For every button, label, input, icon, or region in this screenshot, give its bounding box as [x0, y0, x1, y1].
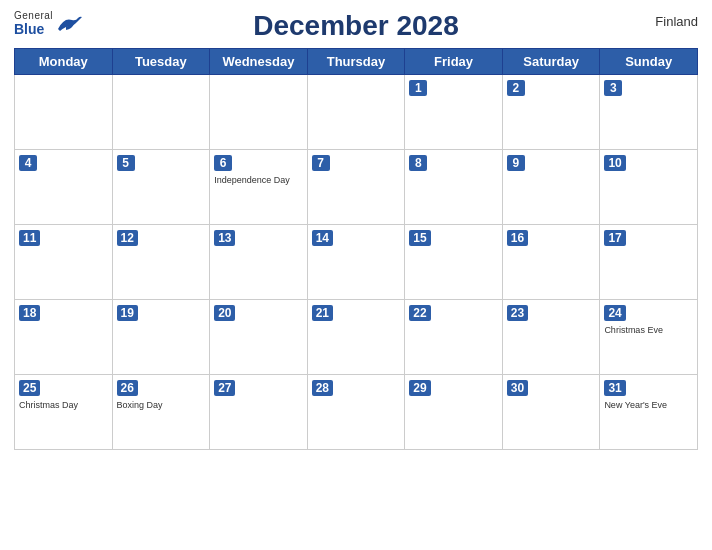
page-title: December 2028: [253, 10, 458, 42]
col-saturday: Saturday: [502, 49, 600, 75]
col-thursday: Thursday: [307, 49, 405, 75]
calendar-week-row: 18192021222324Christmas Eve: [15, 300, 698, 375]
table-row: 26Boxing Day: [112, 375, 210, 450]
col-monday: Monday: [15, 49, 113, 75]
table-row: 19: [112, 300, 210, 375]
day-number: 29: [409, 380, 430, 396]
logo-general-text: General: [14, 10, 53, 21]
table-row: 7: [307, 150, 405, 225]
calendar-header: General Blue December 2028 Finland: [14, 10, 698, 42]
day-number: 30: [507, 380, 528, 396]
table-row: 6Independence Day: [210, 150, 308, 225]
day-number: 2: [507, 80, 525, 96]
table-row: 23: [502, 300, 600, 375]
day-number: 21: [312, 305, 333, 321]
day-number: 8: [409, 155, 427, 171]
table-row: 10: [600, 150, 698, 225]
table-row: [210, 75, 308, 150]
day-number: 19: [117, 305, 138, 321]
day-number: 25: [19, 380, 40, 396]
table-row: 31New Year's Eve: [600, 375, 698, 450]
day-number: 9: [507, 155, 525, 171]
table-row: 15: [405, 225, 503, 300]
table-row: 14: [307, 225, 405, 300]
day-number: 22: [409, 305, 430, 321]
calendar-table: Monday Tuesday Wednesday Thursday Friday…: [14, 48, 698, 450]
logo-bird-icon: [56, 15, 84, 33]
table-row: 20: [210, 300, 308, 375]
table-row: 11: [15, 225, 113, 300]
calendar-page: General Blue December 2028 Finland Monda…: [0, 0, 712, 550]
day-number: 11: [19, 230, 40, 246]
holiday-name: Boxing Day: [117, 400, 206, 411]
day-number: 17: [604, 230, 625, 246]
day-number: 7: [312, 155, 330, 171]
day-number: 31: [604, 380, 625, 396]
day-number: 12: [117, 230, 138, 246]
table-row: 22: [405, 300, 503, 375]
day-number: 18: [19, 305, 40, 321]
table-row: [307, 75, 405, 150]
col-sunday: Sunday: [600, 49, 698, 75]
day-number: 24: [604, 305, 625, 321]
holiday-name: Christmas Day: [19, 400, 108, 411]
day-number: 13: [214, 230, 235, 246]
table-row: 25Christmas Day: [15, 375, 113, 450]
day-number: 1: [409, 80, 427, 96]
calendar-week-row: 123: [15, 75, 698, 150]
day-number: 23: [507, 305, 528, 321]
day-number: 5: [117, 155, 135, 171]
holiday-name: Independence Day: [214, 175, 303, 186]
table-row: 30: [502, 375, 600, 450]
logo-blue-text: Blue: [14, 21, 53, 37]
table-row: 4: [15, 150, 113, 225]
table-row: 2: [502, 75, 600, 150]
day-number: 16: [507, 230, 528, 246]
calendar-week-row: 456Independence Day78910: [15, 150, 698, 225]
day-number: 26: [117, 380, 138, 396]
day-number: 27: [214, 380, 235, 396]
weekday-header-row: Monday Tuesday Wednesday Thursday Friday…: [15, 49, 698, 75]
table-row: 27: [210, 375, 308, 450]
day-number: 20: [214, 305, 235, 321]
table-row: [15, 75, 113, 150]
table-row: 24Christmas Eve: [600, 300, 698, 375]
table-row: 1: [405, 75, 503, 150]
table-row: 9: [502, 150, 600, 225]
table-row: 17: [600, 225, 698, 300]
day-number: 10: [604, 155, 625, 171]
holiday-name: Christmas Eve: [604, 325, 693, 336]
table-row: 13: [210, 225, 308, 300]
table-row: 18: [15, 300, 113, 375]
table-row: 3: [600, 75, 698, 150]
table-row: 28: [307, 375, 405, 450]
day-number: 6: [214, 155, 232, 171]
day-number: 15: [409, 230, 430, 246]
table-row: [112, 75, 210, 150]
calendar-week-row: 25Christmas Day26Boxing Day2728293031New…: [15, 375, 698, 450]
table-row: 5: [112, 150, 210, 225]
calendar-week-row: 11121314151617: [15, 225, 698, 300]
logo: General Blue: [14, 10, 84, 37]
col-wednesday: Wednesday: [210, 49, 308, 75]
day-number: 3: [604, 80, 622, 96]
day-number: 4: [19, 155, 37, 171]
holiday-name: New Year's Eve: [604, 400, 693, 411]
table-row: 16: [502, 225, 600, 300]
country-label: Finland: [655, 14, 698, 29]
table-row: 29: [405, 375, 503, 450]
table-row: 21: [307, 300, 405, 375]
col-friday: Friday: [405, 49, 503, 75]
table-row: 12: [112, 225, 210, 300]
day-number: 28: [312, 380, 333, 396]
day-number: 14: [312, 230, 333, 246]
table-row: 8: [405, 150, 503, 225]
col-tuesday: Tuesday: [112, 49, 210, 75]
